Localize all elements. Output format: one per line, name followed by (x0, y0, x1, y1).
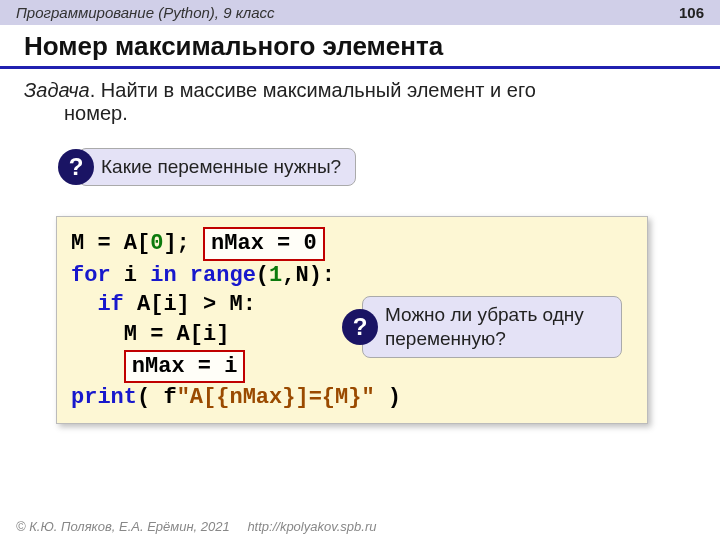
task-text: Задача. Найти в массиве максимальный эле… (0, 69, 720, 127)
question-text-1: Какие переменные нужны? (78, 148, 356, 186)
code-line-6: print( f"A[{nMax}]={M}" ) (71, 383, 633, 413)
highlight-nmax-init: nMax = 0 (203, 227, 325, 261)
question-text-2: Можно ли убрать одну переменную? (362, 296, 622, 358)
header-bar: Программирование (Python), 9 класс 106 (0, 0, 720, 25)
task-label: Задача (24, 79, 90, 101)
task-body-2: номер. (24, 102, 696, 125)
question-callout-1: ? Какие переменные нужны? (58, 148, 356, 186)
task-body-1: . Найти в массиве максимальный элемент и… (90, 79, 536, 101)
question-callout-2: ? Можно ли убрать одну переменную? (342, 296, 622, 358)
footer: © К.Ю. Поляков, Е.А. Ерёмин, 2021 http:/… (16, 519, 376, 534)
code-line-2: for i in range(1,N): (71, 261, 633, 291)
highlight-nmax-assign: nMax = i (124, 350, 246, 384)
question-icon: ? (342, 309, 378, 345)
code-line-1: M = A[0]; nMax = 0 (71, 227, 633, 261)
course-label: Программирование (Python), 9 класс (16, 4, 275, 21)
question-icon: ? (58, 149, 94, 185)
copyright: © К.Ю. Поляков, Е.А. Ерёмин, 2021 (16, 519, 230, 534)
page-number: 106 (679, 4, 704, 21)
footer-url: http://kpolyakov.spb.ru (247, 519, 376, 534)
slide-title: Номер максимального элемента (0, 25, 720, 69)
